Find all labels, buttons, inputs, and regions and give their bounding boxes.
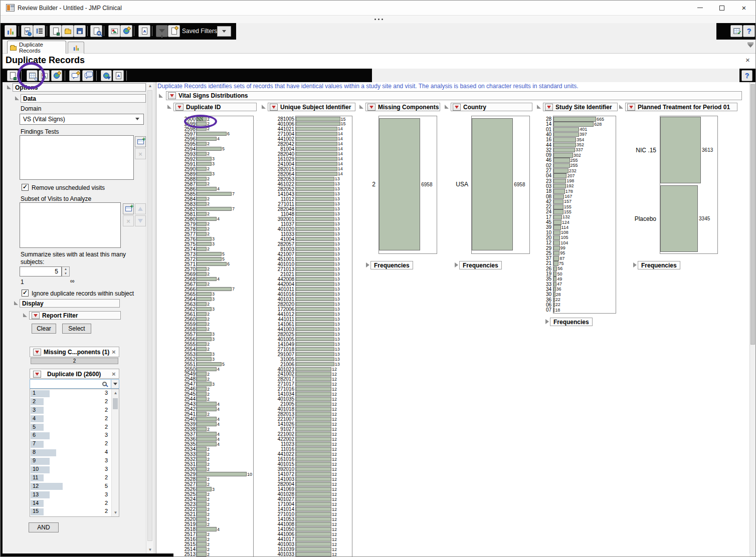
study-site-frequencies[interactable]: Frequencies bbox=[550, 318, 593, 326]
usubjid-disclosure-icon[interactable] bbox=[262, 105, 266, 109]
display-disclosure-icon[interactable] bbox=[14, 301, 18, 305]
histogram-bar[interactable] bbox=[197, 457, 207, 461]
move-up-button[interactable] bbox=[135, 203, 146, 214]
histogram-bar[interactable] bbox=[197, 217, 217, 221]
histogram-bar[interactable] bbox=[296, 272, 334, 276]
histogram-bar[interactable] bbox=[553, 209, 563, 214]
export-image-icon-2[interactable] bbox=[39, 70, 50, 81]
histogram-bar[interactable] bbox=[197, 207, 232, 211]
histogram-bar[interactable] bbox=[296, 477, 331, 481]
histogram-bar[interactable] bbox=[197, 317, 207, 322]
histogram-bar[interactable] bbox=[553, 143, 576, 148]
histogram-bar[interactable] bbox=[296, 202, 334, 206]
open-folder-icon[interactable] bbox=[62, 25, 74, 37]
histogram-bar[interactable] bbox=[296, 207, 334, 211]
histogram-bar[interactable] bbox=[296, 247, 334, 251]
histogram-bar[interactable] bbox=[197, 407, 217, 411]
histogram-bar[interactable] bbox=[197, 402, 217, 406]
histogram-bar[interactable] bbox=[197, 372, 207, 376]
country-frequencies[interactable]: Frequencies bbox=[459, 261, 502, 269]
close-icon[interactable]: × bbox=[112, 370, 116, 378]
histogram-bar[interactable] bbox=[553, 276, 556, 282]
filter-row[interactable]: 13 bbox=[30, 389, 119, 398]
edit-script-icon[interactable] bbox=[7, 70, 18, 81]
tab-filter-icon[interactable] bbox=[747, 43, 754, 48]
histogram-bar[interactable] bbox=[553, 153, 573, 158]
missing-components-frequencies[interactable]: Frequencies bbox=[370, 261, 413, 269]
histogram-bar[interactable] bbox=[197, 362, 222, 367]
duplicate-id-header[interactable]: Duplicate ID bbox=[173, 103, 257, 111]
histogram-bar[interactable] bbox=[197, 187, 217, 191]
histogram-bar[interactable] bbox=[197, 517, 207, 521]
histogram-bar[interactable] bbox=[296, 427, 331, 431]
histogram-bar[interactable] bbox=[296, 362, 334, 367]
histogram-bar[interactable] bbox=[197, 137, 217, 141]
histogram-bar[interactable] bbox=[197, 367, 217, 372]
options-header[interactable]: Options bbox=[13, 83, 146, 92]
histogram-bar[interactable] bbox=[296, 322, 334, 327]
filter-row[interactable]: 133 bbox=[30, 491, 119, 499]
histogram-bar[interactable] bbox=[660, 185, 698, 252]
histogram-bar[interactable] bbox=[296, 527, 331, 531]
histogram-bar[interactable] bbox=[197, 427, 207, 431]
histogram-bar[interactable] bbox=[296, 432, 331, 436]
histogram-bar[interactable] bbox=[197, 527, 217, 531]
histogram-bar[interactable] bbox=[379, 118, 420, 250]
histogram-bar[interactable] bbox=[197, 192, 232, 196]
planned-treatment-frequencies[interactable]: Frequencies bbox=[638, 261, 680, 269]
histogram-bar[interactable] bbox=[296, 487, 331, 491]
histogram-bar[interactable] bbox=[197, 502, 207, 506]
outline-disclosure-icon[interactable] bbox=[159, 94, 163, 98]
histogram-bar[interactable] bbox=[296, 267, 334, 271]
histogram-bar[interactable] bbox=[197, 387, 207, 391]
page-close-icon[interactable]: × bbox=[745, 56, 750, 64]
histogram-bar[interactable] bbox=[197, 302, 207, 307]
histogram-bar[interactable] bbox=[553, 173, 566, 178]
histogram-bar[interactable] bbox=[197, 392, 207, 396]
histogram-bar[interactable] bbox=[197, 157, 212, 161]
histogram-bar[interactable] bbox=[296, 157, 337, 161]
histogram-bar[interactable] bbox=[197, 547, 207, 551]
histogram-bar[interactable] bbox=[296, 377, 331, 381]
histogram-bar[interactable] bbox=[296, 192, 334, 196]
export-web-icon[interactable] bbox=[120, 25, 132, 37]
histogram-bar[interactable] bbox=[197, 467, 207, 471]
red-triangle-menu-icon[interactable] bbox=[627, 104, 635, 111]
histogram-bar[interactable] bbox=[660, 117, 701, 183]
histogram-bar[interactable] bbox=[296, 437, 331, 441]
histogram-bar[interactable] bbox=[553, 235, 560, 240]
histogram-bar[interactable] bbox=[197, 252, 222, 256]
add-tests-button[interactable] bbox=[135, 136, 146, 147]
histogram-bar[interactable] bbox=[296, 517, 331, 521]
histogram-bar[interactable] bbox=[296, 277, 334, 282]
histogram-bar[interactable] bbox=[197, 377, 207, 381]
histogram-bar[interactable] bbox=[197, 477, 207, 481]
red-triangle-menu-icon[interactable] bbox=[175, 104, 183, 111]
histogram-bar[interactable] bbox=[296, 137, 337, 141]
histogram-bar[interactable] bbox=[553, 117, 596, 122]
histogram-bar[interactable] bbox=[197, 432, 217, 436]
histogram-bar[interactable] bbox=[197, 307, 212, 312]
red-triangle-menu-icon[interactable] bbox=[33, 371, 41, 378]
missing-components-header[interactable]: Missing Components bbox=[365, 103, 440, 111]
histogram-bar[interactable] bbox=[197, 397, 207, 401]
data-table-check-icon[interactable]: ✓ bbox=[730, 25, 742, 37]
histogram-bar[interactable] bbox=[296, 147, 337, 151]
duplicate-id-filter-list[interactable]: 132232425263728493103112125133142152 ▲ ▼ bbox=[30, 389, 119, 517]
histogram-bar[interactable] bbox=[296, 282, 334, 287]
histogram-bar[interactable] bbox=[197, 282, 207, 287]
close-icon[interactable]: × bbox=[112, 348, 116, 356]
filter-row[interactable]: 125 bbox=[30, 482, 119, 491]
display-header[interactable]: Display bbox=[20, 299, 120, 308]
preview-icon[interactable] bbox=[90, 25, 102, 37]
histogram-bar[interactable] bbox=[197, 162, 212, 166]
histogram-bar[interactable] bbox=[197, 237, 212, 241]
missing-components-selected-bar[interactable]: 2 bbox=[31, 358, 118, 364]
data-disclosure-icon[interactable] bbox=[15, 96, 19, 100]
duplicate-id-disclosure-icon[interactable] bbox=[167, 105, 171, 109]
histogram-bar[interactable] bbox=[553, 168, 569, 173]
histogram-bar[interactable] bbox=[197, 262, 227, 266]
histogram-bar[interactable] bbox=[296, 262, 334, 266]
histogram-bar[interactable] bbox=[553, 303, 555, 308]
histogram-bar[interactable] bbox=[296, 232, 334, 236]
